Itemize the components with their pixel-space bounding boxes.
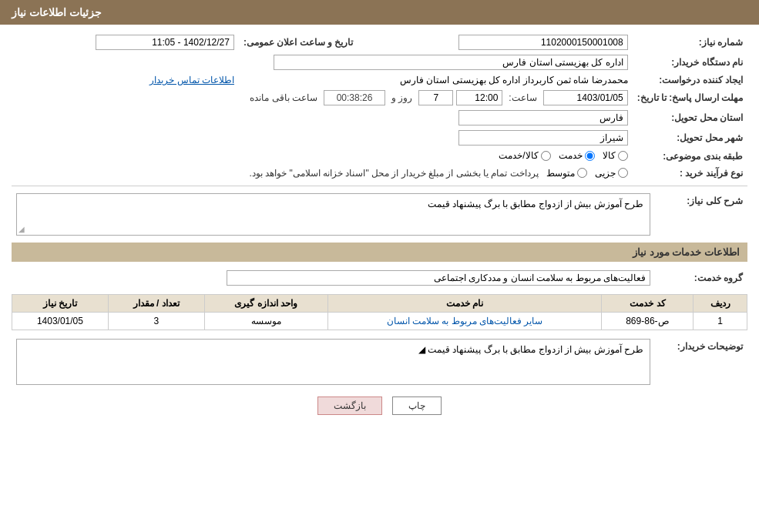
buyer-desc-label: توضیحات خریدار: xyxy=(655,336,747,387)
city-value: شیراز xyxy=(458,130,628,146)
category-label: طبقه بندی موضوعی: xyxy=(633,148,747,166)
buyer-name-label: نام دستگاه خریدار: xyxy=(633,52,747,72)
services-table: ردیف کد خدمت نام خدمت واحد اندازه گیری ت… xyxy=(12,294,747,330)
cell-name: سایر فعالیت‌های مربوط به سلامت انسان xyxy=(327,312,602,330)
table-row: 1 ص-86-869 سایر فعالیت‌های مربوط به سلام… xyxy=(12,312,747,330)
city-label: شهر محل تحویل: xyxy=(633,128,747,148)
cell-code: ص-86-869 xyxy=(602,312,694,330)
col-name: نام خدمت xyxy=(327,294,602,312)
category-option-kala[interactable]: کالا xyxy=(603,150,628,161)
cell-quantity: 3 xyxy=(108,312,204,330)
purchase-type-jozi[interactable]: جزیی xyxy=(595,168,628,179)
deadline-timer: 00:38:26 xyxy=(324,90,385,105)
deadline-remaining: ساعت باقی مانده xyxy=(250,92,317,103)
deadline-days: 7 xyxy=(418,90,453,105)
general-desc-label: شرح کلی نیاز: xyxy=(655,191,747,238)
announce-date-value: 1402/12/27 - 11:05 xyxy=(96,35,234,50)
cell-row-num: 1 xyxy=(694,312,747,330)
category-radio-group: کالا خدمت کالا/خدمت xyxy=(499,150,627,161)
creator-value: محمدرضا شاه ثمن کاربرداز اداره کل بهزیست… xyxy=(400,75,628,85)
col-date: تاریخ نیاز xyxy=(12,294,109,312)
deadline-days-label: روز و xyxy=(391,92,412,103)
need-number-label: شماره نیاز: xyxy=(633,32,747,52)
col-quantity: تعداد / مقدار xyxy=(108,294,204,312)
page-header: جزئیات اطلاعات نیاز xyxy=(0,0,759,25)
back-button[interactable]: بازگشت xyxy=(317,396,382,415)
purchase-type-label: نوع فرآیند خرید : xyxy=(633,166,747,181)
creator-label: ایجاد کننده درخواست: xyxy=(633,72,747,88)
buyer-desc-value: طرح آموزش بیش از ازدواج مطابق با برگ پیش… xyxy=(428,344,643,355)
deadline-label: مهلت ارسال پاسخ: تا تاریخ: xyxy=(633,88,747,108)
print-button[interactable]: چاپ xyxy=(392,396,442,415)
deadline-time-label: ساعت: xyxy=(509,92,536,103)
buyer-desc-resize-icon: ◢ xyxy=(418,344,425,355)
resize-icon: ◢ xyxy=(18,225,25,233)
col-code: کد خدمت xyxy=(602,294,694,312)
announce-date-label: تاریخ و ساعت اعلان عمومی: xyxy=(239,32,358,52)
general-desc-box: طرح آموزش بیش از ازدواج مطابق با برگ پیش… xyxy=(16,193,650,236)
col-unit: واحد اندازه گیری xyxy=(204,294,327,312)
services-section-header: اطلاعات خدمات مورد نیاز xyxy=(12,243,747,262)
deadline-date: 1403/01/05 xyxy=(543,90,628,105)
deadline-time: 12:00 xyxy=(456,90,502,105)
cell-unit: موسسه xyxy=(204,312,327,330)
button-row: چاپ بازگشت xyxy=(12,396,747,427)
buyer-name-value: اداره کل بهزیستی استان فارس xyxy=(274,55,628,70)
cell-date: 1403/01/05 xyxy=(12,312,109,330)
province-label: استان محل تحویل: xyxy=(633,108,747,128)
need-number-value: 1102000150001008 xyxy=(458,35,628,50)
col-row: ردیف xyxy=(694,294,747,312)
page-title: جزئیات اطلاعات نیاز xyxy=(12,6,102,18)
purchase-type-note: پرداخت تمام یا بخشی از مبلغ خریدار از مح… xyxy=(249,168,538,179)
service-group-value: فعالیت‌های مربوط به سلامت انسان و مددکار… xyxy=(227,270,650,286)
buyer-desc-box: طرح آموزش بیش از ازدواج مطابق با برگ پیش… xyxy=(16,339,650,385)
province-value: فارس xyxy=(458,110,628,125)
purchase-type-motevaset[interactable]: متوسط xyxy=(546,168,587,179)
category-option-kala-khedmat[interactable]: کالا/خدمت xyxy=(499,150,550,161)
category-option-khedmat[interactable]: خدمت xyxy=(559,150,595,161)
service-group-label: گروه خدمت: xyxy=(655,268,747,288)
creator-contact-link[interactable]: اطلاعات تماس خریدار xyxy=(149,75,234,85)
general-desc-value: طرح آموزش بیش از ازدواج مطابق با برگ پیش… xyxy=(428,199,643,209)
